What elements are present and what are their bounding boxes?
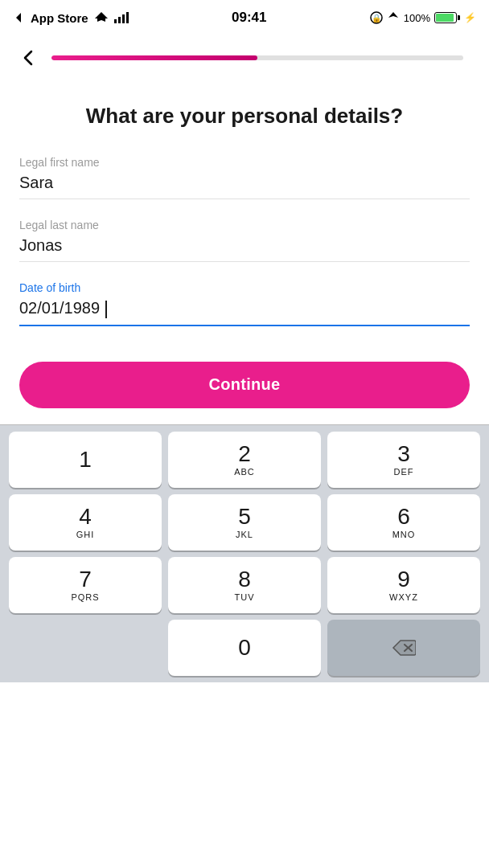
first-name-field[interactable]: Legal first name Sara	[19, 156, 470, 199]
key-3[interactable]: 3 DEF	[327, 432, 480, 488]
first-name-value[interactable]: Sara	[19, 174, 470, 199]
svg-rect-1	[114, 19, 117, 23]
status-battery-area: 🔒 100% ⚡	[370, 11, 476, 24]
keyboard-row-1: 1 2 ABC 3 DEF	[3, 432, 486, 488]
continue-button-wrapper: Continue	[0, 346, 489, 424]
last-name-value[interactable]: Jonas	[19, 236, 470, 262]
delete-icon	[392, 639, 416, 657]
page-title: What are your personal details?	[19, 103, 470, 130]
key-9[interactable]: 9 WXYZ	[327, 557, 480, 613]
location-icon	[387, 11, 400, 24]
keyboard-row-3: 7 PQRS 8 TUV 9 WXYZ	[3, 557, 486, 613]
continue-button[interactable]: Continue	[19, 362, 470, 408]
key-5[interactable]: 5 JKL	[168, 494, 321, 551]
dob-value[interactable]: 02/01/1989	[19, 299, 470, 326]
keyboard-row-2: 4 GHI 5 JKL 6 MNO	[3, 494, 486, 551]
key-8[interactable]: 8 TUV	[168, 557, 321, 613]
status-bar: App Store 09:41 🔒 100% ⚡	[0, 0, 489, 35]
charging-icon: ⚡	[464, 12, 476, 23]
key-1[interactable]: 1	[9, 432, 162, 488]
key-4[interactable]: 4 GHI	[9, 494, 162, 551]
carrier-text: App Store	[31, 11, 88, 25]
signal-icon	[114, 12, 129, 23]
progress-bar	[51, 55, 463, 60]
key-7[interactable]: 7 PQRS	[9, 557, 162, 613]
back-icon	[13, 11, 26, 24]
key-6[interactable]: 6 MNO	[327, 494, 480, 551]
back-button[interactable]	[13, 42, 45, 74]
status-carrier: App Store	[13, 11, 129, 25]
key-delete[interactable]	[327, 620, 480, 676]
numeric-keyboard: 1 2 ABC 3 DEF 4 GHI 5 JKL 6 MNO 7 PQRS	[0, 424, 489, 682]
svg-text:🔒: 🔒	[372, 13, 382, 23]
key-2[interactable]: 2 ABC	[168, 432, 321, 488]
battery-indicator	[434, 12, 460, 23]
first-name-label: Legal first name	[19, 156, 470, 169]
svg-rect-2	[118, 17, 121, 23]
key-0[interactable]: 0	[168, 620, 321, 676]
form-content: What are your personal details? Legal fi…	[0, 87, 489, 326]
dob-field[interactable]: Date of birth 02/01/1989	[19, 281, 470, 326]
last-name-label: Legal last name	[19, 219, 470, 231]
keyboard-row-4: 0	[3, 620, 486, 676]
dob-label: Date of birth	[19, 281, 470, 294]
back-arrow-icon	[19, 48, 39, 68]
dob-text: 02/01/1989	[19, 299, 100, 317]
last-name-field[interactable]: Legal last name Jonas	[19, 219, 470, 262]
nav-bar	[0, 35, 489, 87]
svg-marker-0	[16, 13, 21, 23]
text-cursor	[105, 301, 107, 318]
svg-rect-4	[126, 12, 129, 23]
status-time: 09:41	[232, 10, 266, 26]
svg-rect-3	[122, 14, 125, 23]
battery-percent: 100%	[404, 12, 430, 24]
progress-fill	[51, 55, 257, 60]
airplane-icon	[93, 12, 109, 23]
lock-icon: 🔒	[370, 11, 383, 24]
key-spacer	[9, 620, 162, 676]
